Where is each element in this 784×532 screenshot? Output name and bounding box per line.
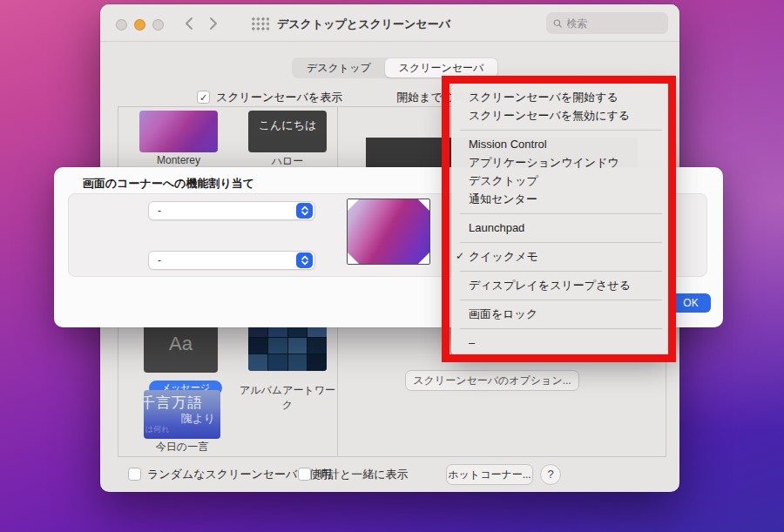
hot-corners-button[interactable]: ホットコーナー...: [446, 464, 533, 485]
saver-label-word-of-day: 今日の一言: [144, 440, 220, 455]
show-with-clock-label: 時計と一緒に表示: [317, 467, 409, 482]
screen-corner-preview: [347, 199, 430, 265]
wotd-line1: 千言万語: [144, 393, 203, 413]
saver-thumb-monterey[interactable]: [139, 111, 218, 152]
tab-screensaver[interactable]: スクリーンセーバ: [385, 58, 498, 77]
search-input[interactable]: [567, 17, 662, 30]
show-screensaver-row: ✓ スクリーンセーバを表示 開始までの時間: [197, 90, 476, 104]
saver-thumb-album-artwork[interactable]: [248, 320, 327, 371]
hello-preview-text: こんにちは: [248, 118, 327, 133]
top-corner-select-value: -: [149, 205, 296, 217]
help-button[interactable]: ?: [540, 464, 561, 485]
minimize-button[interactable]: [134, 19, 145, 30]
tab-desktop[interactable]: デスクトップ: [293, 58, 385, 77]
show-all-grid-icon[interactable]: [250, 16, 269, 32]
screensaver-options-button[interactable]: スクリーンセーバのオプション...: [405, 370, 579, 391]
window-title: デスクトップとスクリーンセーバ: [277, 17, 450, 32]
bottom-corner-select[interactable]: -: [148, 251, 315, 270]
annotation-red-rectangle: [442, 76, 676, 362]
chevron-right-icon: [208, 16, 219, 31]
saver-thumb-message[interactable]: Aa: [144, 322, 218, 373]
saver-label-monterey: Monterey: [139, 154, 218, 166]
back-button[interactable]: [184, 16, 198, 31]
saver-label-album: アルバムアートワーク: [238, 383, 337, 413]
show-screensaver-label: スクリーンセーバを表示: [216, 90, 342, 105]
corner-marker-top-right: [418, 199, 429, 211]
up-down-stepper-icon: [296, 253, 313, 268]
desktop-wallpaper: デスクトップとスクリーンセーバ デスクトップ スクリーンセーバ ✓ スクリーンセ…: [0, 0, 784, 532]
forward-button[interactable]: [208, 16, 222, 31]
up-down-stepper-icon: [296, 203, 313, 219]
saver-thumb-word-of-day[interactable]: 千言万語 隗より は何れ: [144, 390, 220, 439]
corner-marker-bottom-right: [418, 253, 429, 264]
close-button[interactable]: [116, 19, 127, 30]
wotd-line3: は何れ: [145, 424, 169, 435]
message-preview-text: Aa: [144, 333, 218, 355]
saver-thumb-hello[interactable]: こんにちは: [248, 111, 327, 152]
show-screensaver-checkbox[interactable]: ✓: [197, 91, 210, 104]
dialog-title: 画面のコーナーへの機能割り当て: [83, 176, 254, 192]
ok-button[interactable]: OK: [671, 293, 711, 313]
search-icon: [553, 18, 563, 29]
album-artwork-collage: [248, 320, 327, 371]
corner-marker-top-left: [348, 199, 359, 211]
top-corner-select[interactable]: -: [148, 201, 315, 220]
titlebar: デスクトップとスクリーンセーバ: [100, 4, 679, 42]
random-screensaver-checkbox[interactable]: [128, 468, 141, 481]
search-field[interactable]: [546, 12, 668, 34]
corner-marker-bottom-left: [348, 253, 359, 264]
bottom-corner-select-value: -: [149, 254, 296, 266]
show-with-clock-row: 時計と一緒に表示: [298, 467, 409, 481]
chevron-left-icon: [184, 16, 194, 31]
show-with-clock-checkbox[interactable]: [298, 468, 311, 481]
zoom-button[interactable]: [152, 19, 164, 30]
wotd-line2: 隗より: [180, 411, 215, 427]
